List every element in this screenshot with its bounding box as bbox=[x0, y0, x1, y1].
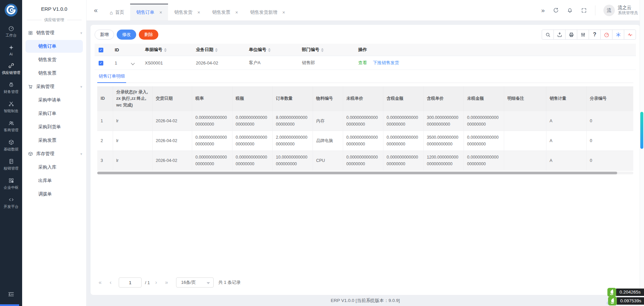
close-icon[interactable]: × bbox=[235, 10, 238, 15]
table-tool-group: ? bbox=[542, 30, 636, 40]
close-icon[interactable]: × bbox=[282, 10, 285, 15]
horizontal-scrollbar-thumb[interactable] bbox=[0, 304, 19, 306]
push-delivery-link[interactable]: 下推销售发货 bbox=[373, 60, 399, 65]
app-logo-icon[interactable] bbox=[4, 3, 18, 17]
menu-item[interactable]: 采购入库 bbox=[22, 161, 86, 174]
close-icon[interactable]: × bbox=[197, 10, 200, 15]
view-link[interactable]: 查看 bbox=[358, 60, 367, 65]
menu-item[interactable]: 采购申请单 bbox=[22, 93, 86, 107]
sort-icon[interactable] bbox=[268, 48, 271, 52]
rail-item-ai[interactable]: Ai bbox=[0, 41, 22, 59]
tabs-collapse-button[interactable]: « bbox=[87, 6, 104, 14]
columns-tool-button[interactable] bbox=[577, 30, 589, 40]
order-row[interactable]: ✓ 1 XS00001 2026-04-02 客户A 销售部 查看 下推销售发货 bbox=[95, 56, 636, 70]
rail-item-ledger[interactable]: 核销管理 bbox=[0, 155, 22, 174]
notifications-button[interactable] bbox=[567, 7, 573, 13]
chevron-down-icon: ▾ bbox=[80, 152, 82, 156]
menu-item[interactable]: 销售发货 bbox=[22, 53, 86, 67]
tab-销售发票[interactable]: 销售发票× bbox=[206, 4, 244, 20]
detail-cell: 0.00000000000000000000 bbox=[464, 131, 504, 151]
page-size-select[interactable]: 16条/页 bbox=[176, 277, 214, 288]
menu-item[interactable]: 调拨单 bbox=[22, 187, 86, 201]
default-button[interactable]: 新增 bbox=[95, 30, 114, 40]
select-caret-icon bbox=[207, 282, 210, 284]
detail-col-header: 交货日期 bbox=[152, 86, 192, 111]
menu-section-label: 供应链管理 bbox=[44, 17, 64, 23]
menu-item[interactable]: 采购订单 bbox=[22, 107, 86, 120]
perf-flame-icon bbox=[607, 296, 618, 306]
menu-group-cart[interactable]: 采购管理▾ bbox=[22, 80, 86, 93]
menu-group-label: 库存管理 bbox=[36, 151, 80, 157]
pagination: « ‹ / 1 › » 16条/页 共 1 条记录 bbox=[95, 273, 636, 291]
rail-item-bag[interactable]: 财务管理 bbox=[0, 78, 22, 97]
vertical-scrollbar-thumb[interactable] bbox=[640, 112, 643, 149]
refresh-button[interactable] bbox=[553, 7, 559, 13]
tab-销售发货新增[interactable]: 销售发货新增× bbox=[244, 4, 291, 20]
detail-row[interactable]: 1lr2026-04-020.000000000000000000000.000… bbox=[97, 111, 633, 131]
menu-item[interactable]: 出库单 bbox=[22, 174, 86, 187]
export-tool-button[interactable] bbox=[553, 30, 566, 40]
menu-item[interactable]: 采购到货单 bbox=[22, 120, 86, 134]
hub-icon bbox=[8, 177, 14, 184]
select-all-checkbox[interactable]: ✓ bbox=[99, 48, 103, 52]
search-icon bbox=[545, 32, 551, 38]
orders-col-单位编号[interactable]: 单位编号 bbox=[245, 44, 298, 56]
rail-item-link[interactable]: 供应链管理 bbox=[0, 59, 22, 78]
rail-item-users[interactable]: 客商管理 bbox=[0, 117, 22, 136]
freeze-tool-button[interactable] bbox=[612, 30, 624, 40]
tab-销售发货[interactable]: 销售发货× bbox=[168, 4, 206, 20]
detail-cell: A bbox=[546, 151, 586, 171]
rail-item-cube[interactable]: 基础数据 bbox=[0, 136, 22, 155]
menu-item[interactable]: 销售订单 bbox=[25, 40, 83, 53]
topbar-right: » 流 流之云 系统管理员 bbox=[541, 0, 644, 20]
page-total-label: / 1 bbox=[145, 280, 150, 285]
detail-tab[interactable]: 销售订单明细 bbox=[97, 70, 126, 83]
vertical-scrollbar-track bbox=[640, 0, 644, 306]
detail-row[interactable]: 3lr2026-04-020.000000000000000000000.000… bbox=[97, 151, 633, 171]
sort-icon[interactable] bbox=[164, 48, 167, 52]
primary-button[interactable]: 修改 bbox=[117, 30, 136, 40]
rail-item-hub[interactable]: 企业中枢 bbox=[0, 174, 22, 193]
close-icon[interactable]: × bbox=[159, 10, 162, 15]
detail-col-header: ID bbox=[97, 86, 113, 111]
detail-cell: 内存 bbox=[313, 111, 343, 131]
orders-header-row: ✓ID单据编号业务日期单位编号部门编号操作 bbox=[95, 44, 636, 56]
sort-icon[interactable] bbox=[321, 48, 324, 52]
orders-col-单据编号[interactable]: 单据编号 bbox=[141, 44, 192, 56]
tab-销售订单[interactable]: 销售订单× bbox=[130, 4, 168, 20]
rail-item-tools[interactable]: 智能制造 bbox=[0, 97, 22, 117]
monitor-tool-button[interactable] bbox=[600, 30, 612, 40]
row-checkbox[interactable]: ✓ bbox=[99, 61, 103, 65]
rail-item-gauge[interactable]: 工作台 bbox=[0, 22, 22, 41]
row-expander[interactable] bbox=[131, 61, 135, 65]
detail-row[interactable]: 2lr2026-04-020.000000000000000000000.000… bbox=[97, 131, 633, 151]
menu-group-box[interactable]: 库存管理▾ bbox=[22, 147, 86, 161]
detail-cell bbox=[504, 151, 546, 171]
print-tool-button[interactable] bbox=[565, 30, 577, 40]
page-next-button[interactable]: › bbox=[151, 279, 161, 286]
page-prev-button[interactable]: ‹ bbox=[106, 279, 115, 286]
pulse-tool-button[interactable] bbox=[624, 30, 636, 40]
sort-icon[interactable] bbox=[215, 48, 218, 52]
total-records-label: 共 1 条记录 bbox=[218, 279, 240, 286]
danger-button[interactable]: 删除 bbox=[139, 30, 158, 40]
tab-首页[interactable]: ⌂首页 bbox=[104, 4, 130, 20]
menu-item[interactable]: 采购发票 bbox=[22, 134, 86, 147]
page-input[interactable] bbox=[119, 277, 142, 288]
tabs-expand-button[interactable]: » bbox=[541, 7, 545, 14]
search-tool-button[interactable] bbox=[542, 30, 554, 40]
rail-collapse-button[interactable] bbox=[0, 291, 22, 298]
orders-col-业务日期[interactable]: 业务日期 bbox=[192, 44, 245, 56]
page-first-button[interactable]: « bbox=[95, 279, 106, 286]
menu-group-apps[interactable]: 销售管理▾ bbox=[22, 26, 86, 40]
help-tool-button[interactable]: ? bbox=[589, 30, 601, 40]
orders-col-部门编号[interactable]: 部门编号 bbox=[298, 44, 354, 56]
page-last-button[interactable]: » bbox=[161, 279, 172, 286]
rail-item-code[interactable]: 开发平台 bbox=[0, 193, 22, 212]
detail-cell: 2 bbox=[97, 131, 113, 151]
fullscreen-button[interactable] bbox=[581, 7, 587, 13]
user-menu[interactable]: 流 流之云 系统管理员 bbox=[603, 5, 638, 16]
menu-item[interactable]: 销售发票 bbox=[22, 67, 86, 80]
detail-cell: 0 bbox=[586, 151, 633, 171]
detail-hscrollbar-thumb[interactable] bbox=[97, 172, 617, 174]
